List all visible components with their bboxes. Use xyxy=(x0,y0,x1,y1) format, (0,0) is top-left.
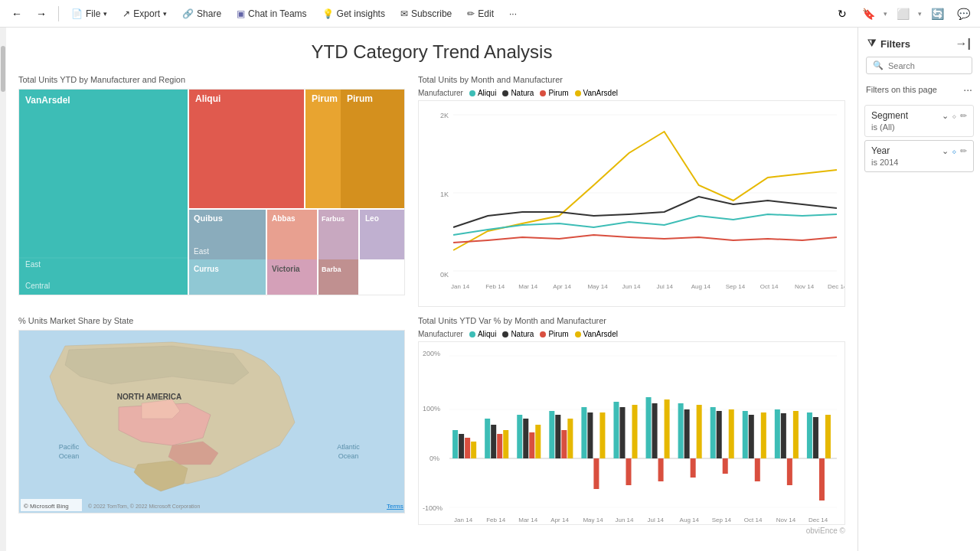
segment-diamond-icon[interactable]: ⬦ xyxy=(952,111,957,120)
tm-vanarsdel[interactable] xyxy=(19,90,188,295)
bar-oct-natura[interactable] xyxy=(749,415,754,458)
bar-jun-vanarsdel[interactable] xyxy=(632,405,638,458)
bar-sep-vanarsdel[interactable] xyxy=(729,409,734,458)
bar-dec-vanarsdel[interactable] xyxy=(825,415,831,458)
scroll-thumb[interactable] xyxy=(1,46,5,92)
filter-card-year[interactable]: Year ⌄ ⬦ ✏ is 2014 xyxy=(864,140,974,172)
bar-dec-aliqui[interactable] xyxy=(807,412,812,458)
filter-card-segment[interactable]: Segment ⌄ ⬦ ✏ is (All) xyxy=(864,105,974,137)
bar-sep-aliqui[interactable] xyxy=(710,407,716,458)
bar-jan-natura[interactable] xyxy=(459,434,464,458)
bar-aug-natura[interactable] xyxy=(684,409,690,458)
more-button[interactable]: ··· xyxy=(503,5,523,22)
bar-apr-aliqui[interactable] xyxy=(549,411,554,458)
filters-collapse-icon[interactable]: →| xyxy=(956,37,971,51)
comment-button[interactable]: 💬 xyxy=(952,3,974,24)
reset-button[interactable]: 🔄 xyxy=(926,3,948,24)
refresh-button[interactable]: ↻ xyxy=(831,3,853,24)
map-title: % Units Market Share by State xyxy=(18,316,409,325)
bar-apr-vanarsdel[interactable] xyxy=(567,419,573,458)
svg-text:Apr 14: Apr 14 xyxy=(553,283,571,290)
bar-sep-pirum-neg[interactable] xyxy=(723,458,728,474)
file-icon: 📄 xyxy=(71,8,83,19)
view-mode-button[interactable]: ⬜ xyxy=(892,3,913,24)
line-chart[interactable]: 2K 1K 0K xyxy=(418,100,845,307)
bar-oct-pirum-neg[interactable] xyxy=(755,458,760,481)
svg-text:Jun 14: Jun 14 xyxy=(622,283,641,290)
bookmark-button[interactable]: 🔖 xyxy=(858,3,879,24)
segment-edit-icon[interactable]: ✏ xyxy=(960,111,967,121)
tm-aliqui[interactable] xyxy=(189,90,304,208)
export-button[interactable]: ↗ Export ▾ xyxy=(116,5,173,22)
nav-back-button[interactable]: ← xyxy=(6,3,28,24)
bar-oct-aliqui[interactable] xyxy=(743,411,748,458)
chat-in-teams-button[interactable]: ▣ Chat in Teams xyxy=(230,5,312,22)
edit-button[interactable]: ✏ Edit xyxy=(461,5,500,22)
bar-mar-vanarsdel[interactable] xyxy=(535,425,541,458)
view-chevron: ▾ xyxy=(918,10,922,18)
segment-chevron-icon[interactable]: ⌄ xyxy=(942,111,949,121)
bar-oct-vanarsdel[interactable] xyxy=(761,412,766,458)
share-button[interactable]: 🔗 Share xyxy=(176,5,227,22)
bar-jun-natura[interactable] xyxy=(619,407,625,458)
svg-text:Oct 14: Oct 14 xyxy=(760,283,779,290)
bar-aug-pirum-neg[interactable] xyxy=(691,458,696,478)
file-chevron: ▾ xyxy=(103,10,107,18)
scroll-track[interactable] xyxy=(0,28,6,551)
bar-feb-vanarsdel[interactable] xyxy=(503,430,508,458)
bar-nov-aliqui[interactable] xyxy=(775,409,780,458)
bar-mar-pirum[interactable] xyxy=(529,432,534,458)
bar-feb-natura[interactable] xyxy=(491,425,496,458)
year-edit-icon[interactable]: ✏ xyxy=(960,146,967,156)
bar-jul-vanarsdel[interactable] xyxy=(665,399,670,458)
file-button[interactable]: 📄 File ▾ xyxy=(65,5,113,22)
bar-dec-pirum-neg[interactable] xyxy=(819,458,825,500)
map-terms[interactable]: Terms xyxy=(387,503,403,510)
filters-more-options[interactable]: ··· xyxy=(963,83,972,96)
subscribe-button[interactable]: ✉ Subscribe xyxy=(394,5,458,22)
bar-feb-aliqui[interactable] xyxy=(485,419,490,458)
bar-jul-natura[interactable] xyxy=(652,403,658,458)
tm-pirum-sub[interactable] xyxy=(341,90,405,208)
nav-forward-button[interactable]: → xyxy=(31,3,52,24)
line-pirum xyxy=(453,235,837,243)
share-icon: 🔗 xyxy=(182,8,194,19)
bar-jun-pirum-neg[interactable] xyxy=(626,458,631,485)
svg-text:Nov 14: Nov 14 xyxy=(795,283,815,290)
bar-feb-pirum[interactable] xyxy=(497,434,502,458)
map-chart[interactable]: NORTH AMERICA Pacific Ocean Atlantic Oce… xyxy=(18,330,405,514)
bar-may-pirum-neg[interactable] xyxy=(593,458,599,489)
bar-jan-aliqui[interactable] xyxy=(452,430,458,458)
get-insights-button[interactable]: 💡 Get insights xyxy=(316,5,391,22)
bar-aug-vanarsdel[interactable] xyxy=(697,405,702,458)
bar-aug-aliqui[interactable] xyxy=(678,403,684,458)
bar-jan-pirum[interactable] xyxy=(465,438,470,458)
bar-may-aliqui[interactable] xyxy=(581,407,586,458)
treemap-chart[interactable]: VanArsdel East Central West West Aliqui … xyxy=(18,89,405,295)
bar-jan-vanarsdel[interactable] xyxy=(471,442,476,458)
year-chevron-icon[interactable]: ⌄ xyxy=(942,146,949,156)
svg-text:May 14: May 14 xyxy=(587,283,608,290)
year-diamond-icon[interactable]: ⬦ xyxy=(952,146,957,155)
bar-jul-aliqui[interactable] xyxy=(646,397,652,458)
tomtom-credit: © 2022 TomTom, © 2022 Microsoft Corporat… xyxy=(88,504,200,510)
bar-jun-aliqui[interactable] xyxy=(613,402,619,458)
bar-jul-pirum-neg[interactable] xyxy=(658,458,664,481)
bar-mar-aliqui[interactable] xyxy=(517,415,522,458)
bar-chart[interactable]: 200% 100% 0% -100% xyxy=(418,341,845,525)
bar-apr-pirum[interactable] xyxy=(561,430,567,458)
tm-aliqui-label: Aliqui xyxy=(195,93,220,104)
bar-may-vanarsdel[interactable] xyxy=(599,412,605,458)
bar-nov-natura[interactable] xyxy=(781,413,786,458)
svg-text:Mar 14: Mar 14 xyxy=(518,283,537,290)
bar-nov-vanarsdel[interactable] xyxy=(793,411,799,458)
bar-nov-pirum-neg[interactable] xyxy=(787,458,792,485)
bar-dec-natura[interactable] xyxy=(813,417,818,458)
svg-text:May 14: May 14 xyxy=(583,517,603,523)
filter-search-input[interactable] xyxy=(888,61,965,70)
bar-mar-natura[interactable] xyxy=(523,419,528,458)
bar-may-natura[interactable] xyxy=(587,412,593,458)
filter-search-box[interactable]: 🔍 xyxy=(866,57,972,74)
bar-sep-natura[interactable] xyxy=(717,411,722,458)
bar-apr-natura[interactable] xyxy=(555,415,560,458)
